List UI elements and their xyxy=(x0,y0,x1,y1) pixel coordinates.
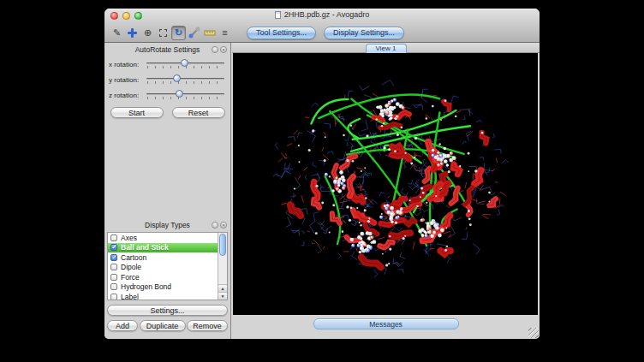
bond-centric-icon xyxy=(188,27,200,39)
list-item-label: Dipole xyxy=(121,263,141,271)
slider-thumb[interactable] xyxy=(173,74,181,82)
list-scrollbar[interactable]: ▲ ▼ xyxy=(218,233,227,300)
close-icon[interactable]: × xyxy=(220,222,227,228)
list-item-label: Label xyxy=(121,293,139,300)
slider-ticks xyxy=(147,97,224,99)
x-rotation-row: x rotation: xyxy=(107,58,228,70)
z-rotation-slider[interactable] xyxy=(146,89,224,101)
selection-box-icon xyxy=(159,29,167,37)
manipulate-tool-button[interactable]: ⊕ xyxy=(140,26,155,40)
undock-icon[interactable] xyxy=(212,46,218,53)
desktop: 2HHB.pdb.gz - Avogadro ✎ ⊕ ↻ ≡ Tool Sett… xyxy=(0,0,644,362)
draw-tool-button[interactable]: ✎ xyxy=(110,26,124,40)
slider-thumb[interactable] xyxy=(181,59,188,67)
list-item-label: Force xyxy=(121,273,140,282)
slider-track xyxy=(146,78,224,80)
measure-tool-button[interactable] xyxy=(202,26,217,40)
list-item-label-type[interactable]: Label xyxy=(108,292,218,300)
start-button[interactable]: Start xyxy=(110,107,164,118)
undock-icon[interactable] xyxy=(212,222,218,228)
main-area: View 1 Messages xyxy=(232,43,540,339)
remove-button[interactable]: Remove xyxy=(187,320,228,331)
add-button[interactable]: Add xyxy=(107,320,138,331)
align-tool-button[interactable]: ≡ xyxy=(218,26,232,40)
z-rotation-row: z rotation: xyxy=(107,89,228,101)
autorotate-panel: AutoRotate Settings × x rotation: y xyxy=(107,45,228,118)
slider-ticks xyxy=(147,81,224,84)
scrollbar-thumb[interactable] xyxy=(219,234,226,256)
x-rotation-label: x rotation: xyxy=(107,61,146,68)
ruler-icon xyxy=(204,27,216,39)
sidebar: AutoRotate Settings × x rotation: y xyxy=(104,43,231,339)
checkbox[interactable] xyxy=(110,274,117,281)
z-rotation-label: z rotation: xyxy=(107,92,146,99)
settings-button[interactable]: Settings... xyxy=(107,305,228,316)
window-title: 2HHB.pdb.gz - Avogadro xyxy=(104,10,540,19)
autorotate-panel-title: AutoRotate Settings × xyxy=(107,45,228,55)
x-rotation-slider[interactable] xyxy=(146,58,224,70)
avogadro-window: 2HHB.pdb.gz - Avogadro ✎ ⊕ ↻ ≡ Tool Sett… xyxy=(104,9,540,339)
pencil-icon: ✎ xyxy=(113,28,121,38)
view-1-tab[interactable]: View 1 xyxy=(366,44,407,53)
messages-bar[interactable]: Messages xyxy=(313,318,459,329)
list-item-label: Ball and Stick xyxy=(121,243,169,252)
y-rotation-slider[interactable] xyxy=(146,74,224,86)
titlebar[interactable]: 2HHB.pdb.gz - Avogadro xyxy=(104,9,540,22)
align-icon: ≡ xyxy=(222,28,227,38)
list-item-hydrogen-bond[interactable]: Hydrogen Bond xyxy=(108,282,218,293)
window-header: 2HHB.pdb.gz - Avogadro ✎ ⊕ ↻ ≡ Tool Sett… xyxy=(104,9,540,43)
close-icon[interactable]: × xyxy=(220,46,227,53)
navigate-tool-button[interactable] xyxy=(125,26,140,40)
resize-grip-icon[interactable] xyxy=(528,328,539,338)
duplicate-button[interactable]: Duplicate xyxy=(140,320,186,331)
rotate-icon: ↻ xyxy=(175,28,182,38)
list-item-force[interactable]: Force xyxy=(108,272,218,282)
display-types-list: Axes Ball and Stick Cartoon Dipole Force… xyxy=(107,232,228,300)
molecule-canvas[interactable] xyxy=(233,53,538,315)
checkbox[interactable] xyxy=(110,244,117,251)
display-settings-button[interactable]: Display Settings... xyxy=(324,27,404,39)
selection-tool-button[interactable] xyxy=(156,26,170,40)
y-rotation-row: y rotation: xyxy=(107,74,228,86)
checkbox[interactable] xyxy=(110,234,117,241)
bond-centric-tool-button[interactable] xyxy=(187,26,201,40)
checkbox[interactable] xyxy=(110,294,117,300)
checkbox[interactable] xyxy=(110,254,117,261)
display-types-panel-title: Display Types × xyxy=(107,221,228,230)
checkbox[interactable] xyxy=(110,283,117,290)
list-item-ball-and-stick[interactable]: Ball and Stick xyxy=(108,243,218,253)
manipulate-icon: ⊕ xyxy=(144,28,152,38)
reset-button[interactable]: Reset xyxy=(172,107,225,118)
slider-track xyxy=(146,93,224,95)
list-item-label: Axes xyxy=(121,234,137,242)
view-tabstrip: View 1 xyxy=(232,43,540,53)
list-item-axes[interactable]: Axes xyxy=(108,233,218,243)
scroll-up-icon[interactable]: ▲ xyxy=(218,284,227,292)
navigate-arrows-icon xyxy=(128,28,137,38)
checkbox[interactable] xyxy=(110,264,117,270)
display-types-panel: Display Types × Axes Ball and Stick Cart… xyxy=(107,221,228,334)
list-item-label: Cartoon xyxy=(121,253,146,262)
toolbar: ✎ ⊕ ↻ ≡ Tool Settings... Display Setting… xyxy=(104,22,540,43)
list-item-cartoon[interactable]: Cartoon xyxy=(108,252,218,263)
list-item-label: Hydrogen Bond xyxy=(121,282,171,291)
scroll-down-icon[interactable]: ▼ xyxy=(218,292,227,300)
y-rotation-label: y rotation: xyxy=(107,76,146,84)
auto-rotate-tool-button[interactable]: ↻ xyxy=(171,26,186,40)
document-icon xyxy=(275,11,281,19)
list-item-dipole[interactable]: Dipole xyxy=(108,263,218,273)
tool-settings-button[interactable]: Tool Settings... xyxy=(247,27,316,39)
